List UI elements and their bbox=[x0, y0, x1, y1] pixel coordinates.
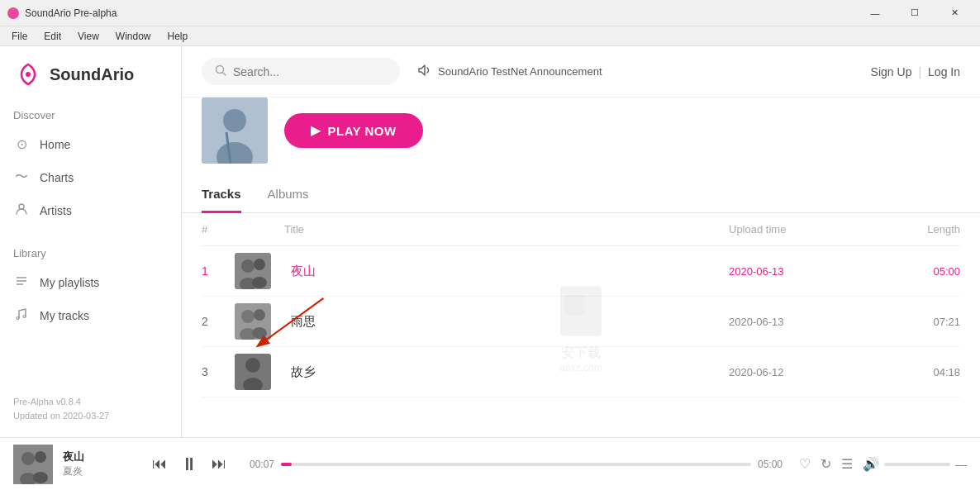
total-time: 05:00 bbox=[758, 459, 783, 470]
tab-albums[interactable]: Albums bbox=[268, 177, 309, 213]
track-date-2: 2020-06-13 bbox=[729, 316, 878, 328]
player-artist-name: 夏炎 bbox=[63, 464, 129, 478]
menu-edit[interactable]: Edit bbox=[36, 26, 69, 45]
track-row[interactable]: 2 雨思 2020-06-13 07:21 bbox=[202, 297, 960, 347]
pause-button[interactable]: ⏸ bbox=[180, 454, 198, 475]
artist-photo bbox=[202, 98, 268, 164]
track-row[interactable]: 1 夜山 2020-06-13 05:00 bbox=[202, 246, 960, 297]
sidebar-item-my-tracks[interactable]: My tracks bbox=[0, 299, 181, 332]
svg-point-20 bbox=[241, 310, 255, 323]
announcement-area: SoundArio TestNet Announcement bbox=[416, 63, 854, 81]
track-length-1: 05:00 bbox=[878, 265, 960, 278]
prev-button[interactable]: ⏮ bbox=[152, 455, 167, 473]
search-input[interactable] bbox=[233, 65, 387, 78]
like-button[interactable]: ♡ bbox=[799, 456, 811, 472]
track-table: # Title Upload time Length 1 bbox=[182, 213, 980, 437]
sidebar-item-playlists-label: My playlists bbox=[40, 276, 99, 289]
log-in-button[interactable]: Log In bbox=[928, 65, 960, 78]
sidebar-item-tracks-label: My tracks bbox=[40, 309, 89, 322]
tab-tracks[interactable]: Tracks bbox=[202, 177, 241, 213]
progress-bar[interactable] bbox=[281, 463, 751, 466]
svg-point-18 bbox=[252, 277, 267, 288]
updated-label: Updated on 2020-03-27 bbox=[13, 409, 168, 424]
svg-point-6 bbox=[17, 317, 19, 320]
player-bar: 夜山 夏炎 ⏮ ⏸ ⏭ 00:07 05:00 ♡ ↻ ☰ 🔊 — bbox=[0, 437, 980, 490]
col-num: # bbox=[202, 223, 235, 235]
window-controls: — ☐ ✕ bbox=[856, 0, 973, 26]
header: SoundArio TestNet Announcement Sign Up |… bbox=[182, 46, 980, 98]
sidebar-footer: Pre-Alpha v0.8.4 Updated on 2020-03-27 bbox=[0, 395, 181, 424]
play-now-label: PLAY NOW bbox=[328, 124, 397, 138]
track-table-header: # Title Upload time Length bbox=[202, 213, 960, 246]
search-box[interactable] bbox=[202, 58, 400, 85]
svg-point-1 bbox=[26, 72, 31, 77]
maximize-button[interactable]: ☐ bbox=[896, 0, 934, 26]
speaker-icon bbox=[416, 63, 431, 81]
player-actions: ♡ ↻ ☰ bbox=[799, 456, 853, 472]
library-label: Library bbox=[0, 247, 181, 266]
svg-point-17 bbox=[254, 259, 265, 270]
menu-window[interactable]: Window bbox=[107, 26, 159, 45]
volume-adjust[interactable]: — bbox=[955, 458, 967, 471]
menu-view[interactable]: View bbox=[69, 26, 107, 45]
app-body: SoundArio Discover ⊙ Home 〜 Charts Artis… bbox=[0, 46, 980, 437]
sidebar-item-charts[interactable]: 〜 Charts bbox=[0, 160, 181, 194]
volume-area: 🔊 — bbox=[863, 456, 967, 472]
track-row[interactable]: 3 故乡 2020-06-12 04:18 bbox=[202, 347, 960, 397]
col-title: Title bbox=[284, 223, 729, 235]
home-icon: ⊙ bbox=[13, 136, 30, 152]
track-date-3: 2020-06-12 bbox=[729, 366, 878, 378]
svg-point-0 bbox=[7, 7, 19, 19]
close-button[interactable]: ✕ bbox=[935, 0, 973, 26]
sidebar-item-home[interactable]: ⊙ Home bbox=[0, 128, 181, 160]
volume-bar[interactable] bbox=[884, 463, 950, 466]
track-num-3: 3 bbox=[202, 365, 235, 378]
volume-icon[interactable]: 🔊 bbox=[863, 456, 879, 472]
current-time: 00:07 bbox=[250, 459, 274, 470]
svg-point-36 bbox=[35, 451, 46, 463]
search-icon bbox=[215, 64, 226, 78]
sidebar-item-home-label: Home bbox=[40, 138, 70, 151]
col-length: Length bbox=[878, 223, 960, 235]
version-label: Pre-Alpha v0.8.4 bbox=[13, 395, 168, 410]
track-length-2: 07:21 bbox=[878, 316, 960, 328]
sidebar-item-my-playlists[interactable]: My playlists bbox=[0, 266, 181, 299]
discover-label: Discover bbox=[0, 109, 181, 128]
svg-point-2 bbox=[19, 204, 24, 209]
sign-up-button[interactable]: Sign Up bbox=[871, 65, 912, 78]
svg-point-7 bbox=[23, 316, 26, 318]
svg-line-9 bbox=[223, 73, 226, 76]
sidebar-item-artists[interactable]: Artists bbox=[0, 194, 181, 227]
play-icon: ▶ bbox=[311, 123, 321, 138]
sidebar-item-charts-label: Charts bbox=[40, 171, 74, 184]
menu-file[interactable]: File bbox=[3, 26, 36, 45]
track-title-2: 雨思 bbox=[284, 314, 729, 330]
artist-area: ▶ PLAY NOW bbox=[182, 98, 980, 177]
queue-button[interactable]: ☰ bbox=[841, 456, 853, 472]
play-now-button[interactable]: ▶ PLAY NOW bbox=[284, 113, 423, 148]
track-thumb-2 bbox=[235, 303, 271, 340]
col-thumb bbox=[235, 223, 284, 235]
svg-point-37 bbox=[33, 472, 48, 483]
logo-area: SoundArio bbox=[0, 59, 181, 109]
menu-help[interactable]: Help bbox=[159, 26, 197, 45]
tabs-bar: Tracks Albums bbox=[182, 177, 980, 213]
next-button[interactable]: ⏭ bbox=[212, 455, 226, 473]
track-num-2: 2 bbox=[202, 315, 235, 328]
svg-point-25 bbox=[245, 358, 260, 373]
app-icon bbox=[7, 7, 20, 20]
col-upload-time: Upload time bbox=[729, 223, 878, 235]
svg-point-11 bbox=[223, 109, 246, 132]
minimize-button[interactable]: — bbox=[856, 0, 894, 26]
svg-point-23 bbox=[252, 327, 267, 339]
progress-fill bbox=[281, 463, 292, 466]
svg-point-34 bbox=[21, 452, 35, 465]
repeat-button[interactable]: ↻ bbox=[821, 456, 831, 472]
player-info: 夜山 夏炎 bbox=[63, 450, 129, 478]
player-controls: ⏮ ⏸ ⏭ bbox=[152, 454, 226, 475]
track-num-1: 1 bbox=[202, 264, 235, 278]
tracks-icon bbox=[13, 307, 30, 324]
artists-icon bbox=[13, 202, 30, 219]
playlists-icon bbox=[13, 274, 30, 291]
announcement-text: SoundArio TestNet Announcement bbox=[438, 65, 602, 78]
